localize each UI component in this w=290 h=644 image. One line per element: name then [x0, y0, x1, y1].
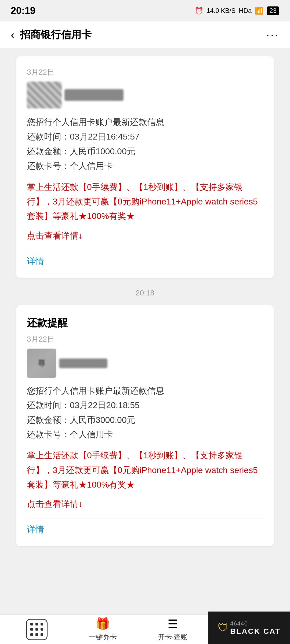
first-message-card: 3月22日 您招行个人信用卡账户最新还款信息 还款时间：03月22日16:45:…	[16, 56, 274, 278]
status-time: 20:19	[11, 5, 35, 16]
second-link-button[interactable]: 点击查看详情↓	[27, 498, 263, 510]
second-message-body: 您招行个人信用卡账户最新还款信息 还款时间：03月22日20:18:55 还款金…	[27, 383, 263, 442]
menu-icon: ☰	[168, 617, 178, 631]
yijian-banke-button[interactable]: 🎁 一键办卡	[89, 617, 117, 642]
second-avatar: 尊	[27, 349, 56, 378]
kaika-label: 开卡·查账	[158, 632, 188, 642]
network-speed: 14.0 KB/S	[206, 7, 235, 14]
yijian-label: 一键办卡	[89, 632, 117, 642]
time-separator: 20:18	[0, 289, 290, 297]
signal-icon: 📶	[255, 7, 263, 15]
avatar-blurred-2	[64, 89, 124, 101]
second-message-subdate: 3月22日	[27, 334, 263, 344]
second-message-wrapper: 还款提醒 3月22日 尊 您招行个人信用卡账户最新还款信息 还款时间：03月22…	[0, 305, 290, 590]
more-button[interactable]: ···	[266, 28, 279, 42]
battery-indicator: 23	[267, 6, 279, 15]
first-message-wrapper: 3月22日 您招行个人信用卡账户最新还款信息 还款时间：03月22日16:45:…	[0, 48, 290, 281]
first-divider	[27, 250, 263, 250]
watermark-number: 46440	[230, 620, 281, 627]
first-link-button[interactable]: 点击查看详情↓	[27, 230, 263, 242]
second-message-title: 还款提醒	[27, 316, 263, 330]
first-card-date: 3月22日	[27, 67, 263, 77]
second-message-card: 还款提醒 3月22日 尊 您招行个人信用卡账户最新还款信息 还款时间：03月22…	[16, 305, 274, 547]
second-name-blurred	[59, 358, 107, 368]
status-right-icons: ⏰ 14.0 KB/S HDa 📶 23	[195, 6, 279, 15]
second-promo-text: 掌上生活还款【0手续费】、【1秒到账】、【支持多家银行】，3月还款更可赢【0元购…	[27, 448, 263, 492]
watermark-brand: BLACK CAT	[230, 627, 281, 636]
second-avatar-row: 尊	[27, 349, 263, 378]
first-message-body: 您招行个人信用卡账户最新还款信息 还款时间：03月22日16:45:57 还款金…	[27, 115, 263, 173]
keyboard-button[interactable]	[26, 619, 48, 640]
hda-label: HDa	[239, 7, 252, 14]
kaika-button[interactable]: ☰ 开卡·查账	[158, 617, 188, 642]
shield-watermark-icon: 🛡	[218, 622, 229, 634]
gift-icon: 🎁	[95, 617, 110, 631]
status-bar: 20:19 ⏰ 14.0 KB/S HDa 📶 23	[0, 0, 290, 21]
keyboard-icon	[26, 619, 48, 640]
nav-bar: ‹ 招商银行信用卡 ···	[0, 21, 290, 48]
avatar-blurred-1	[27, 82, 62, 108]
first-card-avatar-area	[27, 82, 263, 108]
page-title: 招商银行信用卡	[20, 28, 266, 42]
first-promo-text: 掌上生活还款【0手续费】、【1秒到账】、【支持多家银行】，3月还款更可赢【0元购…	[27, 180, 263, 224]
first-detail-link[interactable]: 详情	[27, 255, 263, 267]
second-divider	[27, 518, 263, 518]
back-button[interactable]: ‹	[11, 28, 15, 42]
chat-content: 3月22日 您招行个人信用卡账户最新还款信息 还款时间：03月22日16:45:…	[0, 48, 290, 624]
second-detail-link[interactable]: 详情	[27, 524, 263, 536]
watermark: 🛡 46440 BLACK CAT	[208, 612, 290, 644]
watermark-logo-row: 🛡 46440 BLACK CAT	[218, 620, 281, 636]
alarm-icon: ⏰	[195, 7, 203, 15]
